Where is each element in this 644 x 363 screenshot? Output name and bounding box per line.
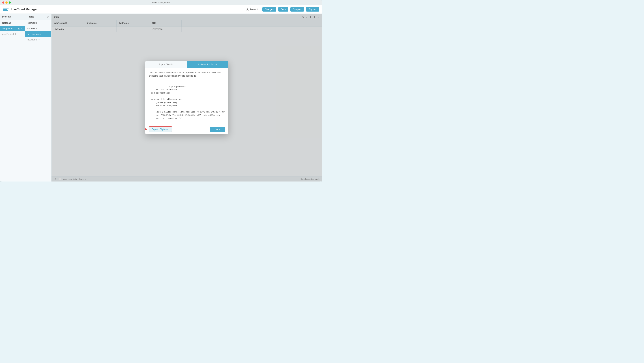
- modal-body: Once you've exported the toolkit to your…: [145, 68, 228, 124]
- account-icon: [246, 8, 249, 11]
- logo-line-3: [3, 10, 8, 11]
- window-title: Table Management: [152, 1, 170, 4]
- app-title: LiveCloud Manager: [11, 8, 38, 11]
- copy-btn-container: Copy to Clipboard: [149, 126, 172, 132]
- samples-button[interactable]: Samples: [290, 7, 304, 11]
- tab-initialization-script[interactable]: Initialization Script: [187, 61, 228, 68]
- sidebar-item-new[interactable]: newProject: [0, 31, 25, 37]
- sidebar-item-notepad[interactable]: Notepad: [0, 20, 25, 26]
- traffic-lights: [2, 1, 11, 3]
- done-button[interactable]: Done: [210, 127, 224, 132]
- table-item-new[interactable]: newTable: [25, 37, 51, 42]
- tables-header-label: Tables: [28, 15, 34, 18]
- add-project-icon: [14, 33, 16, 35]
- app-window: Table Management LiveCloud Manager Accou…: [0, 0, 322, 181]
- copy-to-clipboard-button[interactable]: Copy to Clipboard: [149, 126, 172, 132]
- main-area: Projects Notepad SimpleCRUD newProject: [0, 14, 322, 181]
- simplecrud-label: SimpleCRUD: [2, 27, 16, 30]
- download-icon[interactable]: [18, 27, 20, 30]
- table-item-myfirsttable[interactable]: MyFirstTable: [25, 31, 51, 37]
- account-button[interactable]: Account: [244, 7, 260, 12]
- modal-dialog: Export ToolKit Initialization Script Onc…: [145, 61, 228, 134]
- projects-sidebar: Projects Notepad SimpleCRUD newProject: [0, 14, 25, 181]
- svg-point-0: [247, 8, 248, 9]
- close-icon[interactable]: [21, 27, 23, 30]
- new-project-label: newProject: [2, 33, 14, 35]
- tab-export-toolkit[interactable]: Export ToolKit: [145, 61, 187, 68]
- arrow-container: [145, 127, 148, 131]
- navbar: LiveCloud Manager Account Changes Docs S…: [0, 5, 322, 14]
- data-area: Data ↻ ○ ⬆ ⬇ ⇔ cdbRecordID firstName: [52, 14, 322, 181]
- close-button[interactable]: [2, 1, 4, 3]
- signout-button[interactable]: Sign out: [306, 7, 319, 11]
- notepad-label: Notepad: [2, 21, 11, 24]
- tables-sidebar: Tables cdbUsers cdbBlobs MyFirstTable ne…: [25, 14, 52, 181]
- collapse-icon[interactable]: [46, 15, 49, 18]
- logo-line-1: [3, 8, 9, 8]
- table-item-cdbusers[interactable]: cdbUsers: [25, 20, 51, 26]
- changes-button[interactable]: Changes: [262, 7, 276, 11]
- simplecrud-actions: [18, 27, 23, 30]
- modal-tabs: Export ToolKit Initialization Script: [145, 61, 228, 68]
- code-content: on preOpenStack initializeCanelaDB end p…: [151, 86, 225, 121]
- code-box[interactable]: on preOpenStack initializeCanelaDB end p…: [149, 80, 225, 121]
- add-table-icon: [38, 39, 40, 41]
- docs-button[interactable]: Docs: [278, 7, 288, 11]
- table-item-cdbblobs[interactable]: cdbBlobs: [25, 26, 51, 31]
- modal-description: Once you've exported the toolkit to your…: [149, 71, 225, 77]
- projects-header: Projects: [0, 14, 25, 20]
- account-label: Account: [250, 8, 258, 11]
- modal-footer: Copy to Clipboard Done: [145, 124, 228, 134]
- sidebar-item-simplecrud[interactable]: SimpleCRUD: [0, 26, 25, 31]
- red-arrow-icon: [145, 127, 148, 131]
- tables-header: Tables: [25, 14, 51, 20]
- logo-icon[interactable]: [3, 6, 9, 12]
- title-bar: Table Management: [0, 0, 322, 5]
- logo-line-2: [3, 9, 7, 10]
- modal-overlay: Export ToolKit Initialization Script Onc…: [52, 14, 322, 181]
- minimize-button[interactable]: [6, 1, 8, 3]
- maximize-button[interactable]: [9, 1, 11, 3]
